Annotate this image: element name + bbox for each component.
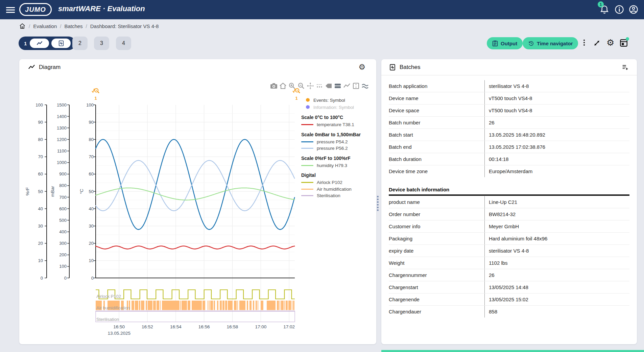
legend-group-header: Scale 0%rF to 100%rF (301, 156, 374, 162)
account-button[interactable] (628, 4, 639, 15)
table-row: Chargenstart13/05/2025 14:48 (389, 281, 629, 294)
row-value: Hard aluminium foil 48x96 (484, 233, 629, 244)
svg-text:13.05.2025: 13.05.2025 (108, 331, 130, 336)
jumo-logo[interactable]: JUMO (19, 3, 52, 16)
time-navigator-button[interactable]: Time navigator (523, 37, 578, 49)
row-value: 858 (484, 306, 629, 318)
menu-icon[interactable] (6, 6, 15, 13)
tag-icon[interactable] (325, 82, 333, 90)
table-row: Batch applicationsterilisator VS 4-8 (389, 80, 629, 92)
camera-icon[interactable] (270, 82, 278, 90)
select-icon[interactable] (315, 82, 324, 90)
pan-icon[interactable] (306, 82, 314, 90)
table-row: expiry datesterilisator VS 4-8 (389, 245, 629, 257)
tab-4[interactable]: 4 (116, 37, 131, 50)
notifications-button[interactable]: 1 (599, 4, 610, 15)
row-value: Meyer GmbH (484, 220, 629, 232)
table-row: Chargennummer26 (389, 269, 629, 281)
table-row: Device namevT500 touch VS4-8 (389, 92, 629, 104)
home-icon[interactable] (19, 23, 26, 29)
help-button[interactable] (614, 4, 625, 15)
jumo-logo-text: JUMO (25, 6, 46, 14)
svg-text:700: 700 (59, 195, 67, 200)
table-row: Batch number26 (389, 117, 629, 129)
row-label: Chargenende (389, 294, 484, 305)
reset-right-axes-button[interactable]: 1 (291, 87, 302, 101)
history-clock-icon (528, 40, 534, 46)
svg-text:16:56: 16:56 (198, 324, 210, 329)
table-row: Customer infoMeyer GmbH (389, 220, 629, 233)
svg-text:16:50: 16:50 (113, 324, 125, 329)
tab-3[interactable]: 3 (94, 37, 109, 50)
svg-text:mBar: mBar (50, 186, 55, 197)
series-color-swatch (301, 124, 313, 125)
legend-item[interactable]: humidity H79.3 (301, 162, 374, 169)
more-options-button[interactable] (581, 39, 588, 47)
legend-events[interactable]: Events: Symbol (301, 97, 374, 104)
table-row: Batch end13.05.2025 17:02:38.876 (389, 141, 629, 153)
svg-text:90: 90 (38, 120, 43, 125)
svg-text:1300: 1300 (57, 125, 67, 131)
hexagon-marker-icon (306, 98, 310, 103)
legend-information[interactable]: Information: Symbol (301, 104, 374, 111)
tab-1-active[interactable]: 1 (19, 37, 75, 50)
svg-text:600: 600 (59, 206, 67, 211)
svg-text:800: 800 (59, 183, 67, 188)
legend-label: Air humidification (317, 187, 352, 192)
fullscreen-button[interactable] (592, 39, 601, 49)
save-badge-dot (626, 37, 629, 41)
compare-icon[interactable] (361, 82, 369, 90)
svg-text:90: 90 (89, 120, 94, 125)
svg-text:1100: 1100 (57, 148, 67, 154)
table-row: Batch duration00:14:18 (389, 153, 629, 165)
reset-left-axes-button[interactable]: 1 (91, 87, 101, 101)
svg-text:10: 10 (89, 258, 94, 263)
series-color-swatch (301, 148, 313, 149)
legend-label: Sterilisation (317, 193, 340, 198)
list-plus-icon (621, 64, 629, 71)
legend-group-header: Digital (301, 172, 374, 179)
row-label: Order number (389, 208, 484, 220)
breadcrumb: /Evaluation/Batches/Dashboard: Sterilisa… (19, 21, 159, 31)
legend-item[interactable]: temperature T38.1 (301, 121, 374, 128)
series-color-swatch (301, 195, 313, 196)
batches-panel-title: Batches (400, 64, 420, 71)
batch-table: Batch applicationsterilisator VS 4-8Devi… (389, 80, 629, 177)
tab-4-label: 4 (122, 40, 125, 46)
tab-2[interactable]: 2 (72, 37, 88, 50)
legend-item[interactable]: pressure P56.2 (301, 145, 374, 152)
row-value: sterilisator VS 4-8 (484, 80, 629, 92)
add-batch-info-button[interactable] (621, 64, 629, 72)
legend-item[interactable]: Airlock P102 (301, 179, 374, 186)
row-label: Customer info (389, 220, 484, 232)
tab-1-diagram-view-button[interactable] (30, 39, 49, 48)
table-row: Batch start13.05.2025 16:48:20.892 (389, 129, 629, 141)
legend-label: temperature T38.1 (317, 122, 354, 127)
layers-icon[interactable] (334, 82, 342, 90)
horizontal-scrollbar[interactable] (381, 350, 644, 352)
legend-label: Events: Symbol (313, 98, 345, 103)
series-color-swatch (301, 141, 313, 142)
save-dashboard-button[interactable] (619, 39, 628, 49)
row-value: Line-Up C21 (484, 196, 629, 208)
reset-axes-badge: 1 (91, 96, 101, 100)
home-icon[interactable] (279, 82, 287, 90)
app-screen: JUMO smartWARE · Evaluation 1 (0, 0, 644, 352)
breadcrumb-item[interactable]: Dashboard: Sterilisator VS 4-8 (90, 23, 159, 29)
row-value: 13/05/2025 14:48 (484, 281, 629, 293)
line-chart-icon[interactable] (343, 82, 351, 90)
legend-item[interactable]: pressure P54.2 (301, 139, 374, 145)
breadcrumb-item[interactable]: Batches (64, 23, 82, 29)
autoscale-icon[interactable] (352, 82, 360, 90)
panel-resize-handle[interactable] (376, 195, 379, 212)
svg-text:30: 30 (89, 224, 94, 229)
settings-button[interactable]: ⚙ (606, 38, 614, 47)
breadcrumb-item[interactable]: Evaluation (33, 23, 57, 29)
svg-text:400: 400 (59, 229, 67, 234)
output-button[interactable]: Output (487, 37, 523, 49)
legend-item[interactable]: Sterilisation (301, 192, 374, 199)
svg-text:°C: °C (79, 189, 84, 194)
tab-1-batch-view-button[interactable] (51, 39, 71, 48)
svg-text:Airlock P102: Airlock P102 (96, 294, 121, 299)
legend-item[interactable]: Air humidification (301, 186, 374, 193)
